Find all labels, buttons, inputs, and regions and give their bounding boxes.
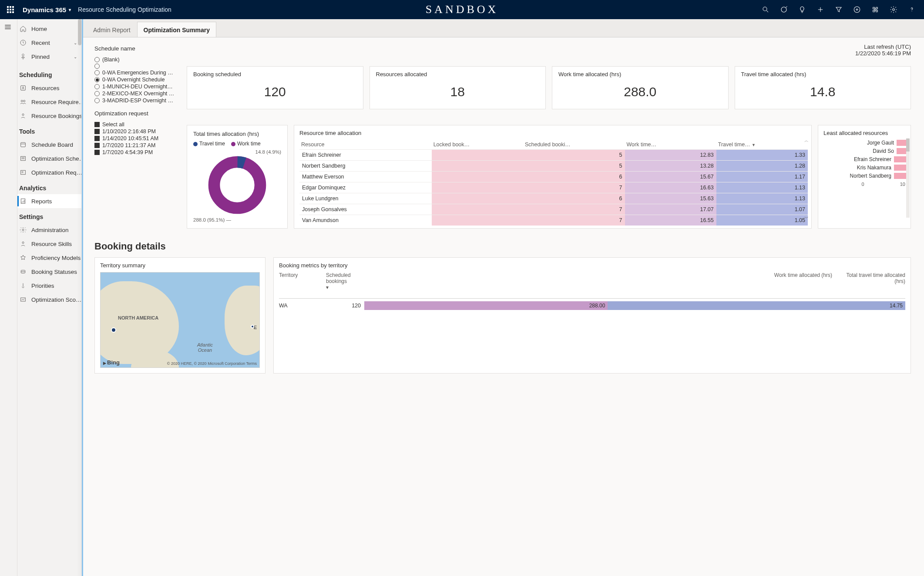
- tab-optimization-summary[interactable]: Optimization Summary: [137, 22, 216, 37]
- sidebar-item-reports[interactable]: Reports: [17, 194, 81, 208]
- schedule-option[interactable]: (Blank): [94, 56, 177, 63]
- table-row[interactable]: Matthew Everson615.671.17: [299, 172, 808, 182]
- scroll-down-icon[interactable]: ﹀: [804, 215, 809, 221]
- schedule-option[interactable]: 0-WA Overnight Schedule: [94, 76, 177, 83]
- kpi-label: Resources allocated: [376, 71, 540, 77]
- cell-locked: [432, 204, 523, 215]
- opt-request-option[interactable]: 1/7/2020 11:21:37 AM: [94, 142, 177, 149]
- add-circle-icon[interactable]: [848, 0, 866, 19]
- donut-card: Total times allocation (hrs) Travel time…: [187, 125, 288, 229]
- scrollbar-thumb[interactable]: [906, 138, 910, 152]
- least-row[interactable]: Norbert Sandberg: [823, 173, 907, 179]
- svg-point-39: [214, 162, 260, 208]
- opt-request-option[interactable]: 1/7/2020 4:54:39 PM: [94, 149, 177, 156]
- table-column-header[interactable]: Locked book…: [432, 140, 523, 150]
- plus-icon[interactable]: [812, 0, 829, 19]
- sidebar-item-booking-statuses[interactable]: Booking Statuses: [17, 265, 81, 279]
- svg-point-2: [781, 7, 786, 12]
- filter-icon[interactable]: [830, 0, 847, 19]
- opt-request-option[interactable]: Select all: [94, 121, 177, 128]
- sidebar-item-priorities[interactable]: Priorities: [17, 279, 81, 293]
- schedule-option[interactable]: 2-MEXICO-MEX Overnight …: [94, 90, 177, 97]
- least-row[interactable]: Kris Nakamura: [823, 165, 907, 171]
- sidebar-item-pinned[interactable]: Pinned⌄: [17, 50, 81, 64]
- territory-map[interactable]: NORTH AMERICA E Atlantic Ocean Bing © 20…: [100, 272, 260, 368]
- sidebar-item-proficiency-models[interactable]: Proficiency Models: [17, 251, 81, 265]
- table-column-header[interactable]: Work time…: [625, 140, 716, 150]
- schedule-option[interactable]: [94, 63, 177, 69]
- opt-request-label: Optimization request: [94, 110, 177, 117]
- opt-request-option[interactable]: 1/10/2020 2:16:48 PM: [94, 128, 177, 135]
- least-row[interactable]: David So: [823, 148, 907, 154]
- territory-header: Territory Scheduled bookings▾ Work time …: [279, 272, 905, 299]
- table-column-header[interactable]: Scheduled booki…: [523, 140, 625, 150]
- opt-option-label: 1/10/2020 2:16:48 PM: [102, 128, 156, 135]
- sidebar-item-resources[interactable]: Resources: [17, 81, 81, 95]
- kpi-label: Booking scheduled: [193, 71, 357, 77]
- table-row[interactable]: Joseph Gonsalves717.071.07: [299, 204, 808, 215]
- sidebar-section-settings: Settings: [17, 208, 81, 223]
- cell-work: 16.63: [625, 182, 716, 193]
- puzzle-icon[interactable]: [867, 0, 884, 19]
- col-work: Work time allocated (hrs): [364, 272, 832, 290]
- table-column-header[interactable]: Resource: [299, 140, 432, 150]
- checkbox-icon: [94, 143, 100, 148]
- least-row[interactable]: Efrain Schreiner: [823, 156, 907, 162]
- sidebar-item-optimization-sche-[interactable]: Optimization Sche…: [17, 152, 81, 165]
- map-pin[interactable]: [251, 325, 254, 328]
- scrollbar[interactable]: [906, 138, 910, 218]
- schedule-option-label: 1-MUNICH-DEU Overnight…: [102, 84, 173, 90]
- territory-map-card: Territory summary NORTH AMERICA E Atlant…: [94, 257, 265, 374]
- table-column-header[interactable]: Travel time… ▼: [716, 140, 808, 150]
- schedule-option-label: (Blank): [102, 57, 120, 63]
- sidebar-item-home[interactable]: Home: [17, 22, 81, 36]
- chevron-down-icon: ⌄: [74, 54, 77, 59]
- least-row[interactable]: Jorge Gault: [823, 140, 907, 146]
- tab-bar: Admin ReportOptimization Summary: [83, 19, 924, 37]
- help-icon[interactable]: [903, 0, 921, 19]
- hamburger-icon[interactable]: [3, 23, 14, 33]
- app-launcher[interactable]: [3, 3, 17, 17]
- scrollbar-thumb[interactable]: [78, 19, 81, 45]
- schedule-option[interactable]: 3-MADRID-ESP Overnight …: [94, 97, 177, 104]
- app-title: Resource Scheduling Optimization: [78, 6, 171, 13]
- table-row[interactable]: Efrain Schreiner512.831.33: [299, 150, 808, 161]
- schedule-option-label: 2-MEXICO-MEX Overnight …: [102, 91, 174, 97]
- brand-switcher[interactable]: Dynamics 365 ▾: [23, 6, 71, 13]
- last-refresh-value: 1/22/2020 5:46:19 PM: [855, 50, 911, 57]
- gear-icon[interactable]: [885, 0, 902, 19]
- scroll-up-icon[interactable]: ︿: [804, 138, 809, 144]
- sidebar-item-schedule-board[interactable]: Schedule Board: [17, 138, 81, 152]
- kpi-label: Travel time allocated (hrs): [741, 71, 905, 77]
- booking-details-heading: Booking details: [94, 241, 911, 252]
- sidebar-item-resource-bookings[interactable]: Resource Bookings: [17, 109, 81, 123]
- schedule-option[interactable]: 1-MUNICH-DEU Overnight…: [94, 83, 177, 90]
- least-bar: [894, 156, 907, 162]
- sidebar-item-optimization-sco-[interactable]: Optimization Sco…: [17, 293, 81, 307]
- opt-option-label: 1/14/2020 10:45:51 AM: [102, 135, 158, 141]
- search-icon[interactable]: [757, 0, 774, 19]
- bulb-icon[interactable]: [793, 0, 811, 19]
- table-row[interactable]: Luke Lundgren615.631.13: [299, 193, 808, 204]
- sidebar-item-optimization-req-[interactable]: Optimization Req…: [17, 165, 81, 179]
- waffle-icon: [7, 6, 14, 13]
- sidebar-item-recent[interactable]: Recent⌄: [17, 36, 81, 50]
- svg-point-9: [893, 9, 895, 11]
- resource-table: ResourceLocked book…Scheduled booki…Work…: [299, 140, 808, 226]
- sidebar-item-resource-require-[interactable]: Resource Require…: [17, 95, 81, 109]
- table-row[interactable]: Norbert Sandberg513.281.28: [299, 161, 808, 172]
- resource-table-card: Resource time allocation ︿ ﹀ ResourceLoc…: [294, 125, 812, 229]
- tab-admin-report[interactable]: Admin Report: [87, 22, 137, 37]
- table-row[interactable]: Van Amundson716.551.05: [299, 215, 808, 226]
- target-icon[interactable]: [775, 0, 793, 19]
- chevron-down-icon: ⌄: [74, 40, 77, 45]
- territory-row[interactable]: WA120288.0014.75: [279, 299, 905, 310]
- cell-scheduled: 5: [523, 161, 625, 172]
- sidebar-item-resource-skills[interactable]: Resource Skills: [17, 237, 81, 251]
- table-row[interactable]: Edgar Dominquez716.631.13: [299, 182, 808, 193]
- sidebar-item-administration[interactable]: Administration: [17, 223, 81, 237]
- svg-point-11: [911, 11, 912, 11]
- opt-request-option[interactable]: 1/14/2020 10:45:51 AM: [94, 135, 177, 142]
- schedule-option[interactable]: 0-WA Emergencies During …: [94, 69, 177, 76]
- map-pin[interactable]: [111, 327, 116, 333]
